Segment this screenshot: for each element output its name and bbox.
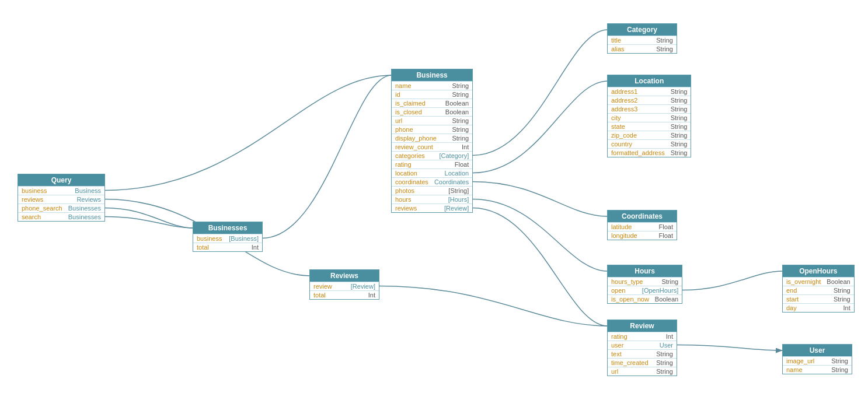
field-row-review-text: textString	[608, 349, 677, 358]
field-name-review-time_created: time_created	[611, 359, 649, 366]
field-type-query-business: Business	[75, 187, 101, 194]
field-type-location-city: String	[671, 114, 688, 121]
entity-category: CategorytitleStringaliasString	[607, 23, 677, 54]
field-name-user-image_url: image_url	[786, 357, 814, 364]
field-row-openhours-end: endString	[783, 286, 854, 294]
field-type-business-photos: [String]	[448, 187, 469, 194]
field-name-business-photos: photos	[395, 187, 414, 194]
field-type-businesses-total: Int	[252, 244, 259, 251]
field-type-coordinates-longitude: Float	[659, 232, 673, 239]
field-type-query-phone_search: Businesses	[68, 205, 101, 212]
field-name-business-categories: categories	[395, 152, 425, 159]
field-row-location-country: countryString	[608, 139, 691, 148]
field-type-business-id: String	[452, 91, 469, 98]
entity-header-openhours: OpenHours	[783, 265, 854, 277]
field-row-query-search: searchBusinesses	[18, 212, 104, 221]
field-type-openhours-is_overnight: Boolean	[827, 278, 850, 285]
field-type-reviews-total: Int	[368, 292, 375, 299]
entity-openhours: OpenHoursis_overnightBooleanendStringsta…	[782, 265, 855, 313]
field-name-business-rating: rating	[395, 161, 412, 168]
field-name-location-address2: address2	[611, 97, 637, 104]
field-row-business-reviews: reviews[Review]	[392, 203, 472, 212]
field-row-business-location: locationLocation	[392, 169, 472, 177]
field-row-openhours-is_overnight: is_overnightBoolean	[783, 277, 854, 286]
field-row-business-photos: photos[String]	[392, 186, 472, 195]
field-name-business-is_claimed: is_claimed	[395, 100, 426, 107]
field-row-coordinates-latitude: latitudeFloat	[608, 222, 677, 231]
field-row-location-address2: address2String	[608, 96, 691, 104]
field-type-hours-is_open_now: Boolean	[655, 296, 678, 303]
field-row-business-rating: ratingFloat	[392, 160, 472, 169]
field-type-business-coordinates: Coordinates	[434, 178, 469, 185]
field-name-business-review_count: review_count	[395, 143, 433, 150]
entity-header-reviews: Reviews	[310, 270, 379, 282]
field-name-openhours-start: start	[786, 296, 799, 303]
field-row-location-address3: address3String	[608, 104, 691, 113]
field-type-location-address2: String	[671, 97, 688, 104]
field-type-reviews-review: [Review]	[351, 283, 375, 290]
field-name-business-is_closed: is_closed	[395, 108, 422, 115]
field-row-review-user: userUser	[608, 341, 677, 349]
field-row-business-phone: phoneString	[392, 125, 472, 134]
field-name-openhours-end: end	[786, 287, 797, 294]
field-name-location-zip_code: zip_code	[611, 132, 637, 139]
field-row-coordinates-longitude: longitudeFloat	[608, 231, 677, 240]
field-type-business-name: String	[452, 82, 469, 89]
field-type-business-location: Location	[445, 170, 469, 177]
field-type-review-url: String	[656, 368, 673, 375]
field-type-business-is_closed: Boolean	[445, 108, 469, 115]
field-name-businesses-total: total	[197, 244, 209, 251]
field-type-openhours-start: String	[834, 296, 850, 303]
field-type-business-reviews: [Review]	[444, 205, 469, 212]
field-type-location-address3: String	[671, 106, 688, 113]
field-name-location-formatted_address: formatted_address	[611, 149, 665, 156]
field-row-hours-open: open[OpenHours]	[608, 286, 682, 294]
field-name-coordinates-longitude: longitude	[611, 232, 637, 239]
field-name-business-phone: phone	[395, 126, 413, 133]
field-type-location-zip_code: String	[671, 132, 688, 139]
field-row-business-is_closed: is_closedBoolean	[392, 107, 472, 116]
field-row-user-image_url: image_urlString	[783, 356, 852, 365]
field-name-location-address3: address3	[611, 106, 637, 113]
field-row-businesses-total: totalInt	[193, 243, 262, 251]
field-type-business-is_claimed: Boolean	[445, 100, 469, 107]
field-name-user-name: name	[786, 366, 803, 373]
field-row-hours-is_open_now: is_open_nowBoolean	[608, 294, 682, 303]
field-row-reviews-review: review[Review]	[310, 282, 379, 290]
entity-query: QuerybusinessBusinessreviewsReviewsphone…	[18, 174, 105, 222]
field-type-query-reviews: Reviews	[76, 196, 101, 203]
field-type-openhours-end: String	[834, 287, 850, 294]
field-row-business-name: nameString	[392, 81, 472, 90]
field-row-business-url: urlString	[392, 116, 472, 125]
field-row-business-coordinates: coordinatesCoordinates	[392, 177, 472, 186]
field-type-business-hours: [Hours]	[448, 196, 469, 203]
entity-header-hours: Hours	[608, 265, 682, 277]
field-type-business-categories: [Category]	[439, 152, 469, 159]
field-row-user-name: nameString	[783, 365, 852, 374]
field-row-business-categories: categories[Category]	[392, 151, 472, 160]
entity-header-businesses: Businesses	[193, 222, 262, 234]
entity-business: BusinessnameStringidStringis_claimedBool…	[391, 69, 473, 213]
field-type-hours-open: [OpenHours]	[642, 287, 678, 294]
field-row-business-id: idString	[392, 90, 472, 99]
field-row-review-rating: ratingInt	[608, 332, 677, 341]
field-name-hours-open: open	[611, 287, 625, 294]
field-name-hours-is_open_now: is_open_now	[611, 296, 649, 303]
field-row-business-is_claimed: is_claimedBoolean	[392, 99, 472, 107]
field-type-business-review_count: Int	[462, 143, 469, 150]
entity-header-user: User	[783, 345, 852, 356]
field-name-openhours-is_overnight: is_overnight	[786, 278, 821, 285]
field-name-query-search: search	[22, 213, 41, 220]
field-name-business-name: name	[395, 82, 412, 89]
field-row-location-address1: address1String	[608, 87, 691, 96]
field-type-review-time_created: String	[656, 359, 673, 366]
field-row-query-reviews: reviewsReviews	[18, 195, 104, 203]
field-name-reviews-review: review	[313, 283, 332, 290]
field-name-review-rating: rating	[611, 333, 628, 340]
entity-header-category: Category	[608, 24, 677, 36]
field-type-hours-hours_type: String	[661, 278, 678, 285]
field-row-category-title: titleString	[608, 36, 677, 44]
entity-header-review: Review	[608, 320, 677, 332]
field-type-location-formatted_address: String	[671, 149, 688, 156]
field-name-query-reviews: reviews	[22, 196, 43, 203]
